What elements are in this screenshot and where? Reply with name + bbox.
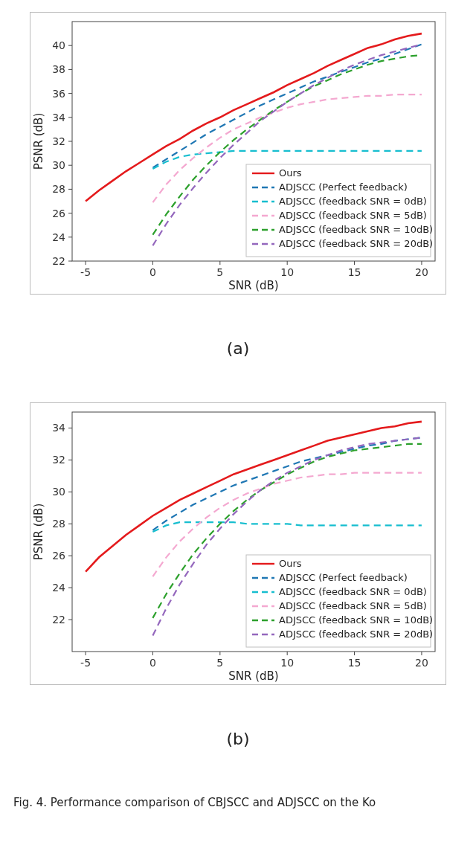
- x-tick-label: 10: [280, 657, 294, 669]
- y-tick-label: 26: [52, 208, 65, 219]
- x-tick-label: 20: [415, 657, 428, 669]
- legend-label: ADJSCC (feedback SNR = 5dB): [279, 210, 427, 221]
- legend-label: Ours: [279, 558, 302, 569]
- x-tick-label: -5: [80, 266, 91, 278]
- y-tick-label: 24: [52, 582, 65, 594]
- y-tick-label: 30: [52, 159, 65, 171]
- subfigure-b-label: (b): [13, 730, 463, 748]
- y-axis-label: PSNR (dB): [32, 504, 45, 561]
- y-tick-label: 22: [52, 614, 65, 626]
- legend-label: ADJSCC (feedback SNR = 10dB): [279, 614, 433, 626]
- subfigure-a-label: (a): [13, 339, 463, 358]
- legend-label: ADJSCC (Perfect feedback): [279, 572, 408, 583]
- legend-label: ADJSCC (feedback SNR = 0dB): [279, 586, 427, 597]
- chart-a: -50510152022242628303234363840SNR (dB)PS…: [30, 12, 446, 295]
- series-line: [152, 437, 422, 530]
- legend-label: ADJSCC (feedback SNR = 5dB): [279, 600, 427, 611]
- y-tick-label: 34: [52, 112, 65, 123]
- y-tick-label: 32: [52, 135, 65, 147]
- y-tick-label: 38: [52, 63, 65, 75]
- x-tick-label: 5: [216, 657, 223, 669]
- x-tick-label: 5: [216, 266, 223, 278]
- x-tick-label: 15: [348, 657, 361, 669]
- subfigure-b: -50510152022242628303234SNR (dB)PSNR (dB…: [13, 402, 463, 748]
- figure-caption: Fig. 4. Performance comparison of CBJSCC…: [13, 793, 463, 809]
- x-tick-label: 0: [149, 657, 156, 669]
- series-line: [152, 45, 422, 168]
- legend-label: ADJSCC (feedback SNR = 10dB): [279, 224, 433, 235]
- y-tick-label: 28: [52, 518, 65, 530]
- x-tick-label: 10: [280, 266, 294, 278]
- legend-label: ADJSCC (feedback SNR = 20dB): [279, 238, 433, 249]
- y-tick-label: 30: [52, 486, 65, 498]
- x-axis-label: SNR (dB): [228, 279, 278, 292]
- legend-label: ADJSCC (Perfect feedback): [279, 181, 408, 193]
- y-axis-label: PSNR (dB): [32, 113, 45, 170]
- legend-label: ADJSCC (feedback SNR = 0dB): [279, 196, 427, 207]
- legend-label: Ours: [279, 167, 302, 179]
- y-tick-label: 22: [52, 255, 65, 267]
- legend-label: ADJSCC (feedback SNR = 20dB): [279, 629, 433, 640]
- page-root: -50510152022242628303234363840SNR (dB)PS…: [0, 0, 476, 868]
- y-tick-label: 26: [52, 550, 65, 562]
- x-axis-label: SNR (dB): [228, 669, 278, 683]
- y-tick-label: 36: [52, 88, 65, 100]
- x-tick-label: -5: [80, 657, 91, 669]
- subfigure-a: -50510152022242628303234363840SNR (dB)PS…: [13, 12, 463, 358]
- x-tick-label: 0: [149, 266, 156, 278]
- x-tick-label: 20: [415, 266, 428, 278]
- y-tick-label: 28: [52, 183, 65, 195]
- chart-b-svg: -50510152022242628303234SNR (dB)PSNR (dB…: [30, 403, 446, 684]
- y-tick-label: 34: [52, 422, 65, 434]
- x-tick-label: 15: [348, 266, 361, 278]
- y-tick-label: 32: [52, 454, 65, 466]
- chart-a-svg: -50510152022242628303234363840SNR (dB)PS…: [30, 13, 446, 294]
- y-tick-label: 40: [52, 39, 65, 51]
- chart-b: -50510152022242628303234SNR (dB)PSNR (dB…: [30, 402, 446, 685]
- series-line: [152, 522, 422, 532]
- y-tick-label: 24: [52, 231, 65, 243]
